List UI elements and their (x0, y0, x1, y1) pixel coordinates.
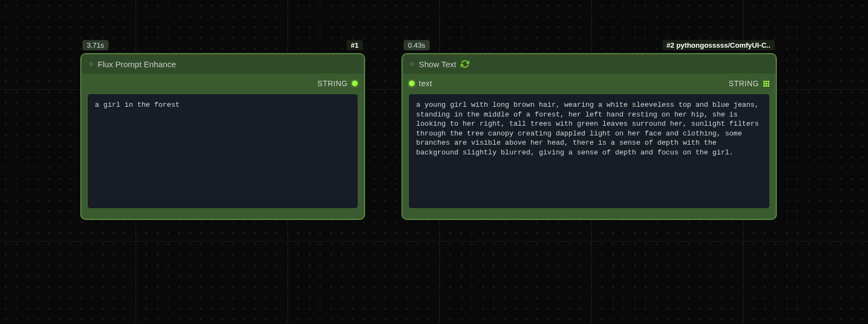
node-title-bar[interactable]: Show Text (403, 54, 776, 74)
output-port[interactable]: STRING (317, 79, 358, 88)
node-title-text: Flux Prompt Enhance (98, 60, 176, 69)
badge-time: 3.71s (82, 40, 108, 50)
badge-time: 0.43s (404, 40, 430, 50)
node-badge: 0.43s #2 pythongosssss/ComfyUI-C.. (403, 40, 776, 50)
node-title-text: Show Text (419, 60, 456, 69)
node-badge: 3.71s #1 (81, 40, 364, 50)
node-show-text[interactable]: 0.43s #2 pythongosssss/ComfyUI-C.. Show … (401, 53, 777, 220)
input-port[interactable]: text (409, 79, 432, 88)
recycle-icon[interactable] (461, 60, 469, 68)
badge-id: #2 pythongosssss/ComfyUI-C.. (662, 40, 775, 50)
prompt-textarea[interactable]: a girl in the forest (88, 94, 358, 208)
output-port-label: STRING (317, 79, 348, 88)
port-dot-icon[interactable] (409, 81, 414, 86)
port-dot-icon[interactable] (352, 81, 358, 86)
badge-id: #1 (347, 40, 363, 50)
grid-icon[interactable] (763, 81, 769, 87)
output-textarea[interactable]: a young girl with long brown hair, weari… (409, 94, 769, 208)
node-canvas[interactable]: 3.71s #1 Flux Prompt Enhance STRING a gi… (0, 0, 868, 324)
ports-row: text STRING (403, 74, 776, 94)
output-port-label: STRING (729, 79, 759, 88)
input-port-label: text (419, 79, 432, 88)
collapse-dot-icon[interactable] (89, 62, 93, 66)
output-port[interactable]: STRING (729, 79, 769, 88)
ports-row: STRING (81, 74, 364, 94)
node-title-bar[interactable]: Flux Prompt Enhance (81, 54, 364, 74)
node-flux-prompt-enhance[interactable]: 3.71s #1 Flux Prompt Enhance STRING a gi… (80, 53, 365, 220)
collapse-dot-icon[interactable] (410, 62, 414, 66)
